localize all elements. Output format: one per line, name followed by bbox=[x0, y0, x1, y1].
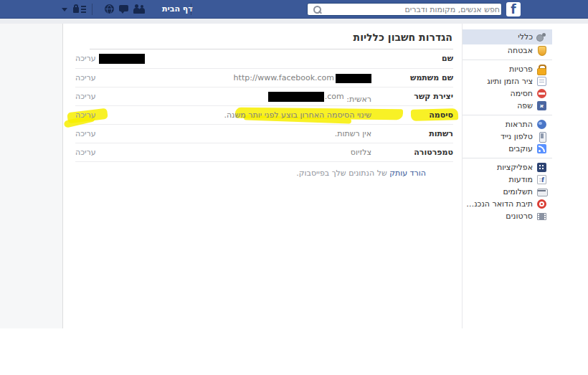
sidebar-divider bbox=[463, 60, 552, 60]
page-title: הגדרות חשבון כלליות bbox=[354, 32, 452, 43]
support-icon bbox=[537, 199, 546, 209]
payments-icon bbox=[537, 187, 546, 196]
videos-icon bbox=[537, 212, 546, 221]
mobile-icon bbox=[537, 132, 546, 141]
sidebar-item-apps[interactable]: אפליקציות bbox=[463, 161, 552, 174]
settings-row-contact: יצירת קשר ראשית: .com עריכה bbox=[63, 87, 463, 106]
facebook-logo[interactable]: f bbox=[506, 2, 521, 16]
apps-icon bbox=[537, 163, 546, 172]
facebook-settings-page: דף הבית f הגדרות חשבון כלליות שם עריכה ש… bbox=[0, 0, 588, 375]
nav-shadow-strip bbox=[0, 19, 588, 24]
account-dropdown-caret-icon[interactable] bbox=[62, 8, 67, 11]
block-icon bbox=[537, 89, 546, 98]
nav-divider bbox=[191, 4, 191, 15]
ads-icon bbox=[537, 175, 546, 184]
row-label: שם bbox=[442, 49, 453, 68]
sidebar-item-notifications[interactable]: התראות bbox=[463, 118, 552, 130]
edit-temperature-button[interactable]: עריכה bbox=[75, 143, 96, 162]
settings-card: הגדרות חשבון כלליות שם עריכה שם משתמש ht… bbox=[63, 24, 463, 328]
settings-sidebar: כללי אבטחה פרטיות ציר הזמן ותיוג חסימה א… bbox=[463, 29, 552, 222]
edit-networks-button[interactable]: עריכה bbox=[75, 125, 96, 143]
sidebar-item-blocking[interactable]: חסימה bbox=[463, 87, 552, 100]
privacy-shortcuts-icon[interactable] bbox=[73, 4, 86, 14]
language-icon: א bbox=[537, 101, 546, 110]
settings-row-username: שם משתמש http://www.facebook.com עריכה bbox=[63, 69, 463, 87]
row-value: http://www.facebook.com bbox=[234, 69, 371, 87]
sidebar-item-mobile[interactable]: טלפון נייד bbox=[463, 130, 552, 143]
friend-requests-icon[interactable] bbox=[133, 4, 146, 14]
search-input[interactable] bbox=[325, 4, 500, 15]
sidebar-divider bbox=[463, 158, 552, 158]
sidebar-item-general[interactable]: כללי bbox=[463, 29, 552, 44]
search-icon[interactable] bbox=[313, 6, 322, 14]
search-box bbox=[307, 3, 502, 16]
row-value: שינוי הסיסמה האחרון בוצע לפני יותר משנה. bbox=[224, 106, 371, 125]
edit-username-button[interactable]: עריכה bbox=[75, 69, 96, 87]
notifications-globe-icon[interactable] bbox=[105, 4, 114, 14]
sidebar-item-videos[interactable]: סרטונים bbox=[463, 210, 552, 222]
sidebar-divider bbox=[463, 115, 552, 115]
sidebar-item-support-inbox[interactable]: תיבת הדואר הנכנס של התמ... bbox=[463, 198, 552, 210]
row-label: יצירת קשר bbox=[414, 87, 453, 106]
sidebar-item-ads[interactable]: מודעות bbox=[463, 174, 552, 186]
row-value: צלזיוס bbox=[351, 143, 371, 162]
row-label: רשתות bbox=[429, 125, 453, 143]
sidebar-item-payments[interactable]: תשלומים bbox=[463, 186, 552, 198]
followers-icon bbox=[537, 144, 546, 153]
settings-row-networks: רשתות אין רשתות. עריכה bbox=[63, 125, 463, 143]
row-label: טמפרטורה bbox=[414, 143, 453, 162]
row-label: שם משתמש bbox=[410, 69, 453, 87]
sidebar-item-followers[interactable]: עוקבים bbox=[463, 143, 552, 155]
redaction-bar bbox=[99, 54, 145, 64]
home-link[interactable]: דף הבית bbox=[162, 0, 193, 19]
settings-row-password: סיסמה שינוי הסיסמה האחרון בוצע לפני יותר… bbox=[63, 106, 463, 125]
sidebar-item-language[interactable]: א שפה bbox=[463, 100, 552, 112]
gears-icon bbox=[537, 32, 546, 42]
sidebar-item-privacy[interactable]: פרטיות bbox=[463, 63, 552, 75]
left-gutter bbox=[0, 24, 63, 328]
top-nav: דף הבית f bbox=[0, 0, 588, 19]
timeline-icon bbox=[537, 77, 546, 86]
redaction-bar bbox=[268, 92, 324, 102]
settings-row-name: שם עריכה bbox=[63, 49, 463, 69]
sidebar-item-security[interactable]: אבטחה bbox=[463, 44, 552, 57]
edit-password-button[interactable]: עריכה bbox=[75, 106, 96, 125]
nav-divider bbox=[92, 4, 93, 15]
redaction-bar bbox=[336, 74, 371, 83]
sidebar-item-timeline-tagging[interactable]: ציר הזמן ותיוג bbox=[463, 75, 552, 87]
lock-icon bbox=[537, 65, 546, 74]
row-value: אין רשתות. bbox=[335, 125, 371, 143]
download-data-line: הורד עותק של הנתונים שלך בפייסבוק. bbox=[296, 168, 426, 178]
row-label: סיסמה bbox=[429, 106, 453, 125]
download-data-link[interactable]: הורד עותק bbox=[389, 168, 426, 178]
edit-name-button[interactable]: עריכה bbox=[75, 49, 96, 68]
shield-icon bbox=[537, 46, 546, 55]
row-value: ראשית: .com bbox=[268, 87, 371, 106]
messages-icon[interactable] bbox=[119, 5, 129, 14]
globe-icon bbox=[537, 120, 546, 129]
settings-row-temperature: טמפרטורה צלזיוס עריכה bbox=[63, 143, 463, 162]
edit-contact-button[interactable]: עריכה bbox=[75, 87, 96, 106]
